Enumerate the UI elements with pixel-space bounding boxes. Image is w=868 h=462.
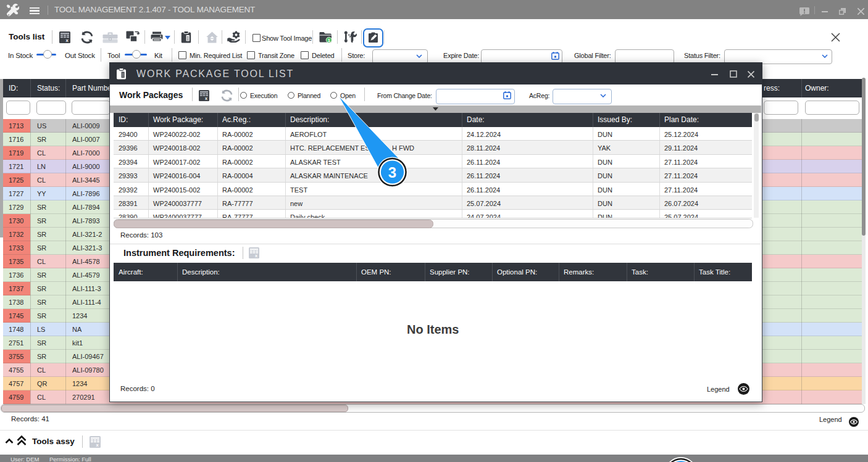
svg-text:1: 1: [328, 38, 330, 43]
svg-text:3: 3: [388, 164, 396, 181]
svg-text:x: x: [255, 254, 257, 258]
svg-text:x: x: [205, 96, 207, 101]
